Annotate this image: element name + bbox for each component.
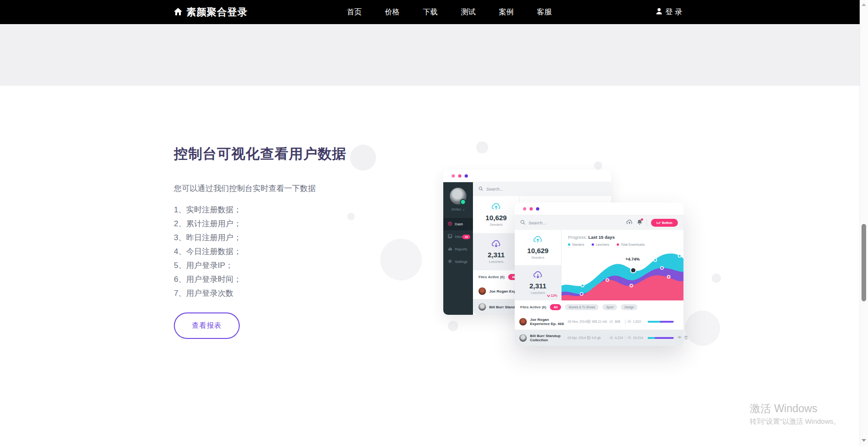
bell-icon[interactable] xyxy=(637,219,642,226)
list-item: 1、实时注册数据； xyxy=(174,203,452,217)
stat-value: 2,311 xyxy=(488,251,505,259)
search-input[interactable]: Search... xyxy=(473,182,611,196)
dashboard-card-front: Search... Le' Button 10,629 Seeders 2,31… xyxy=(515,203,683,345)
top-navbar: 素颜聚合登录 首页 价格 下载 测试 案例 客服 登 录 xyxy=(0,0,868,24)
sidebar-item-label: Reports xyxy=(455,247,467,251)
cloud-sync-icon[interactable] xyxy=(626,219,633,226)
stat-label: Seeders xyxy=(490,223,503,227)
cloud-download-icon xyxy=(609,320,613,323)
window-dot xyxy=(523,207,526,210)
cloud-upload-icon xyxy=(491,203,501,212)
search-placeholder: Search... xyxy=(486,187,503,191)
window-dot xyxy=(452,174,455,178)
delta-badge: 12% xyxy=(547,294,557,297)
legend-dot-seeders xyxy=(568,243,570,246)
nav-item-cases[interactable]: 案例 xyxy=(499,7,514,17)
search-icon xyxy=(479,186,483,192)
hero-section: 控制台可视化查看用户数据 您可以通过我们控制台实时查看一下数据 1、实时注册数据… xyxy=(174,145,452,339)
legend-label: Seeders xyxy=(572,243,584,246)
stat-label: Leechers xyxy=(489,260,504,264)
download-count: 4,214 xyxy=(615,336,623,339)
file-name: Joe Rogan Experience Ep. 468 xyxy=(530,318,568,326)
brand-label: 素颜聚合登录 xyxy=(186,6,248,19)
file-row[interactable]: Joe Rogan Experience Ep. 468 26 Nov, 201… xyxy=(515,313,683,330)
chart-legend: Seeders Leechers Total Downloads xyxy=(568,243,645,246)
search-placeholder[interactable]: Search... xyxy=(529,220,546,225)
decor-circle xyxy=(594,161,602,170)
watermark-subtitle: 转到“设置”以激活 Windows。 xyxy=(750,417,840,426)
files-active-label: Files Active (6) xyxy=(479,275,504,279)
nav-menu: 首页 价格 下载 测试 案例 客服 xyxy=(347,0,552,24)
sidebar-item-label: Settings xyxy=(455,260,467,264)
nav-item-support[interactable]: 客服 xyxy=(537,7,552,17)
list-item: 6、用户登录时间； xyxy=(174,273,452,287)
user-icon xyxy=(656,8,662,16)
chevron-down-icon: ⌄ xyxy=(462,207,465,211)
feature-list: 1、实时注册数据； 2、累计注册用户； 3、昨日注册用户； 4、今日注册数据； … xyxy=(174,203,452,300)
progress-range: Last 15 days xyxy=(588,235,615,240)
user-name: Jimbo xyxy=(451,207,461,211)
stat-leechers: 2,311 Leechers 12% xyxy=(515,265,561,300)
filter-design[interactable]: Design xyxy=(621,304,638,310)
stat-value: 10,629 xyxy=(527,247,549,255)
divider xyxy=(625,336,625,340)
login-button[interactable]: 登 录 xyxy=(656,0,682,24)
page-title: 控制台可视化查看用户数据 xyxy=(174,145,452,164)
upload-count: 1,522 xyxy=(633,320,641,323)
chart-tooltip: +4.74% xyxy=(625,257,640,261)
brand[interactable]: 素颜聚合登录 xyxy=(174,0,248,24)
legend-label: Total Downloads xyxy=(621,243,645,246)
file-size: 9.8 gb xyxy=(592,336,600,339)
stat-seeders: 10,629 Seeders xyxy=(473,196,519,233)
hero-subtitle: 您可以通过我们控制台实时查看一下数据 xyxy=(174,183,452,194)
avatar[interactable] xyxy=(450,188,466,204)
delta-value: 12% xyxy=(551,294,557,297)
cloud-upload-icon xyxy=(533,236,543,245)
download-count: 868 xyxy=(615,320,620,323)
arrow-down-icon xyxy=(547,294,550,297)
cloud-download-icon xyxy=(491,240,501,249)
nav-item-download[interactable]: 下载 xyxy=(423,7,438,17)
window-dot xyxy=(465,174,468,178)
file-size: 965.21 mb xyxy=(592,320,607,323)
notification-dot xyxy=(641,218,643,221)
view-report-button[interactable]: 查看报表 xyxy=(174,312,240,339)
eye-icon[interactable] xyxy=(677,336,682,340)
window-dot xyxy=(458,174,461,178)
scrollbar[interactable] xyxy=(860,0,868,446)
list-item: 4、今日注册数据； xyxy=(174,245,452,259)
file-avatar xyxy=(479,287,486,295)
legend-label: Leechers xyxy=(596,243,609,246)
list-item: 3、昨日注册用户； xyxy=(174,231,452,245)
area-chart xyxy=(562,248,683,300)
filter-all[interactable]: All xyxy=(550,304,561,310)
nav-item-pricing[interactable]: 价格 xyxy=(385,7,400,17)
filter-movies[interactable]: Movies & Tv Shows xyxy=(565,304,599,310)
login-label: 登 录 xyxy=(665,7,682,17)
trash-icon[interactable] xyxy=(684,336,688,340)
window-dot xyxy=(530,207,533,210)
online-status-dot xyxy=(460,199,466,205)
sidebar-item-label: Dash xyxy=(455,222,463,226)
stat-seeders: 10,629 Seeders xyxy=(515,230,561,265)
disk-icon xyxy=(587,336,590,339)
cloud-download-icon xyxy=(533,271,543,280)
decor-circle xyxy=(476,141,488,153)
le-button[interactable]: Le' Button xyxy=(651,219,678,227)
scroll-up-icon[interactable] xyxy=(862,3,866,6)
legend-dot-downloads xyxy=(617,243,619,246)
stat-leechers: 2,311 Leechers xyxy=(473,233,519,270)
file-name: Bill Burr Standup Collection xyxy=(530,334,568,342)
nav-item-home[interactable]: 首页 xyxy=(347,7,362,17)
upload-count: 19,214 xyxy=(633,336,643,339)
cloud-upload-icon xyxy=(627,336,632,339)
scroll-down-icon[interactable] xyxy=(862,439,866,442)
nav-item-test[interactable]: 测试 xyxy=(461,7,476,17)
decor-circle xyxy=(685,311,720,346)
filter-sport[interactable]: Sport xyxy=(602,304,617,310)
divider xyxy=(646,219,647,226)
file-row[interactable]: Bill Burr Standup Collection 02 Apr, 201… xyxy=(515,330,683,346)
scrollbar-thumb[interactable] xyxy=(862,224,866,301)
file-avatar xyxy=(519,318,527,325)
progress-label: Progress: xyxy=(568,235,587,240)
